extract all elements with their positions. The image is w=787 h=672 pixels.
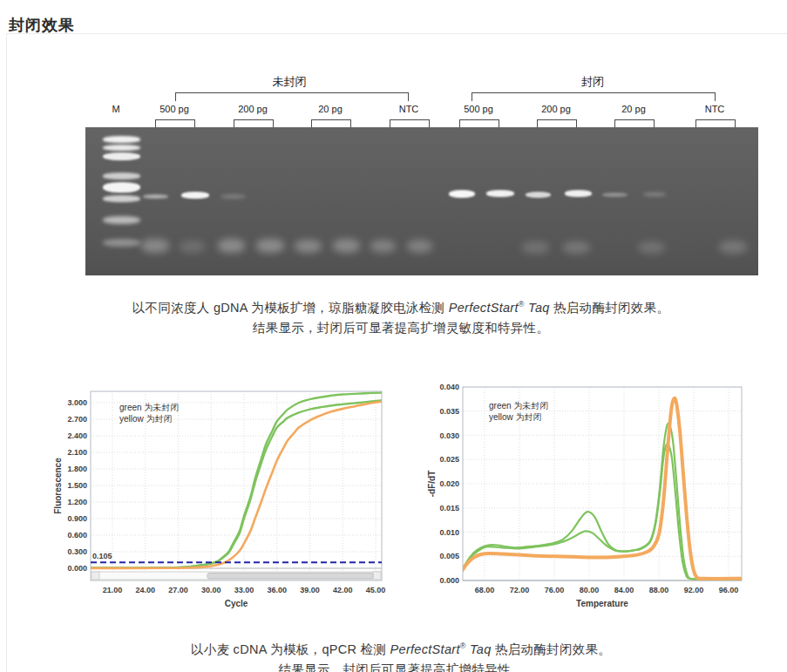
gel-ladder-band bbox=[103, 182, 140, 193]
gel-dimer-blob bbox=[719, 241, 747, 254]
svg-text:0.035: 0.035 bbox=[439, 407, 459, 416]
gel-sample-band bbox=[526, 192, 551, 198]
y-axis-title: Fluorescence bbox=[53, 458, 63, 514]
gel-caption: 以不同浓度人 gDNA 为模板扩增，琼脂糖凝胶电泳检测 PerfectStart… bbox=[14, 295, 787, 338]
svg-text:0.015: 0.015 bbox=[439, 504, 459, 512]
gel-dimer-blob bbox=[180, 241, 205, 253]
svg-text:0.600: 0.600 bbox=[67, 531, 87, 540]
gel-dimer-blob bbox=[218, 239, 245, 253]
threshold-label: 0.105 bbox=[92, 552, 112, 560]
gel-dimer-blob bbox=[333, 239, 360, 253]
svg-text:42.00: 42.00 bbox=[333, 586, 353, 594]
gel-lane-bracket bbox=[459, 119, 499, 127]
gel-lane-bracket bbox=[390, 119, 430, 127]
gel-dimer-blob bbox=[563, 241, 590, 254]
gel-lane-label: NTC bbox=[376, 104, 442, 114]
gel-ladder-band bbox=[103, 145, 140, 151]
svg-text:33.00: 33.00 bbox=[234, 586, 254, 594]
series-blocked bbox=[91, 402, 382, 568]
gel-lane-bracket bbox=[234, 119, 274, 127]
svg-text:0.020: 0.020 bbox=[439, 479, 459, 488]
svg-text:0.025: 0.025 bbox=[439, 455, 459, 464]
svg-text:3.000: 3.000 bbox=[67, 398, 87, 407]
gel-sample-band bbox=[602, 193, 628, 197]
gel-ladder-band bbox=[103, 173, 140, 180]
legend-line: green 为未封闭 bbox=[489, 401, 548, 411]
gel-dimer-blob bbox=[522, 241, 549, 254]
gel-dimer-blob bbox=[638, 241, 665, 254]
svg-text:2.100: 2.100 bbox=[67, 448, 87, 457]
legend-line: green 为未封闭 bbox=[119, 403, 179, 412]
gel-caption-line1: 以不同浓度人 gDNA 为模板扩增，琼脂糖凝胶电泳检测 PerfectStart… bbox=[14, 295, 787, 318]
svg-text:80.00: 80.00 bbox=[580, 586, 600, 594]
gel-lane-label: 200 pg bbox=[220, 104, 286, 114]
gel-lane-label: M bbox=[83, 104, 149, 114]
svg-text:36.00: 36.00 bbox=[267, 586, 287, 594]
gel-image bbox=[85, 127, 758, 275]
legend-line: yellow 为封闭 bbox=[119, 414, 173, 424]
qpcr-amplification-svg: 0.10521.0024.0027.0030.0033.0036.0039.00… bbox=[53, 382, 395, 619]
svg-text:72.00: 72.00 bbox=[510, 586, 530, 594]
svg-text:0.000: 0.000 bbox=[67, 564, 87, 573]
chart-scrollbar-thumb[interactable] bbox=[207, 574, 373, 580]
gel-lane-label: 500 pg bbox=[445, 104, 512, 114]
x-axis-title: Cycle bbox=[225, 599, 248, 608]
gel-dimer-blob bbox=[256, 239, 284, 253]
gel-lane-label: 20 pg bbox=[297, 104, 363, 114]
qpcr-caption-line2: 结果显示，封闭后可显著提高扩增特异性。 bbox=[14, 660, 787, 672]
gel-ladder-band bbox=[103, 239, 140, 247]
gel-sample-band bbox=[449, 190, 475, 198]
svg-text:0.005: 0.005 bbox=[439, 552, 459, 560]
svg-text:96.00: 96.00 bbox=[719, 586, 739, 594]
gel-dimer-blob bbox=[295, 240, 322, 253]
amplification-chart: 0.10521.0024.0027.0030.0033.0036.0039.00… bbox=[53, 382, 395, 622]
svg-text:21.00: 21.00 bbox=[103, 586, 123, 594]
svg-text:1.200: 1.200 bbox=[67, 498, 87, 506]
x-axis-title: Temperature bbox=[576, 599, 628, 608]
gel-dimer-blob bbox=[370, 240, 396, 253]
svg-text:92.00: 92.00 bbox=[684, 586, 704, 594]
gel-group-label: 未封闭 bbox=[250, 74, 329, 90]
svg-text:0.010: 0.010 bbox=[439, 528, 459, 537]
svg-text:68.00: 68.00 bbox=[475, 586, 495, 594]
gel-lane-bracket bbox=[311, 119, 351, 127]
melt-curve-chart: 68.0072.0076.0080.0084.0088.0092.0096.00… bbox=[426, 382, 775, 622]
qpcr-caption-line1: 以小麦 cDNA 为模板，qPCR 检测 PerfectStart® Taq 热… bbox=[14, 636, 787, 660]
gel-lane-bracket bbox=[155, 119, 195, 127]
svg-text:45.00: 45.00 bbox=[366, 586, 386, 594]
gel-group-label: 封闭 bbox=[553, 74, 632, 90]
svg-text:24.00: 24.00 bbox=[135, 586, 155, 594]
svg-text:39.00: 39.00 bbox=[300, 586, 320, 594]
gel-lane-bracket bbox=[537, 119, 577, 127]
gel-dimer-blob bbox=[141, 239, 169, 253]
svg-text:0.300: 0.300 bbox=[67, 547, 87, 556]
y-axis-title: -dF/dT bbox=[427, 471, 437, 498]
series-unblocked-rep2 bbox=[91, 401, 382, 568]
gel-group-bracket bbox=[472, 92, 716, 101]
svg-text:0.040: 0.040 bbox=[439, 383, 459, 391]
gel-ladder-band bbox=[103, 136, 140, 143]
svg-text:2.400: 2.400 bbox=[67, 431, 87, 440]
gel-group-bracket bbox=[175, 92, 409, 101]
svg-text:30.00: 30.00 bbox=[201, 586, 221, 594]
gel-sample-band bbox=[486, 190, 514, 197]
svg-text:84.00: 84.00 bbox=[614, 586, 634, 594]
gel-ladder-band bbox=[103, 153, 140, 160]
gel-ladder-band bbox=[103, 216, 140, 224]
svg-text:88.00: 88.00 bbox=[649, 586, 669, 594]
gel-lane-label: NTC bbox=[682, 104, 748, 114]
qpcr-caption: 以小麦 cDNA 为模板，qPCR 检测 PerfectStart® Taq 热… bbox=[14, 636, 787, 672]
gel-lane-label: 500 pg bbox=[141, 104, 207, 114]
svg-text:2.700: 2.700 bbox=[67, 415, 87, 424]
gel-lane-label: 200 pg bbox=[523, 104, 589, 114]
svg-text:27.00: 27.00 bbox=[168, 586, 188, 594]
gel-dimer-blob bbox=[407, 240, 432, 253]
gel-sample-band bbox=[643, 193, 666, 196]
content-panel: 未封闭封闭M500 pg200 pg20 pgNTC500 pg200 pg20… bbox=[6, 33, 787, 672]
gel-ladder-band bbox=[103, 195, 140, 202]
gel-lane-bracket bbox=[695, 119, 736, 127]
svg-text:0.030: 0.030 bbox=[439, 431, 459, 440]
gel-sample-band bbox=[220, 194, 246, 199]
legend-line: yellow 为封闭 bbox=[489, 412, 542, 422]
gel-sample-band bbox=[181, 192, 209, 199]
